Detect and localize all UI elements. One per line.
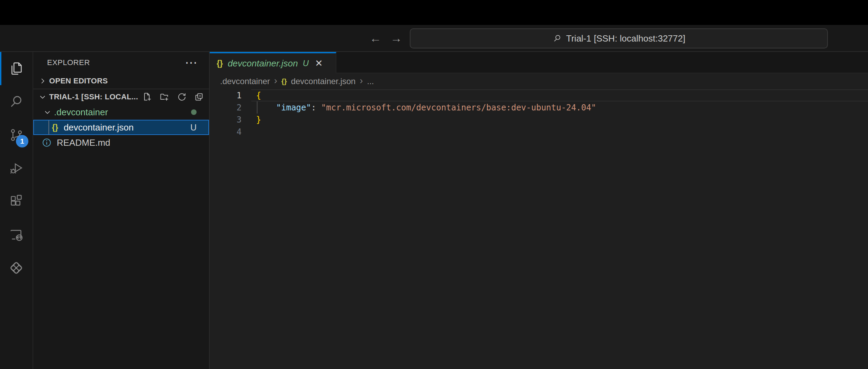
folder-name: .devcontainer [54,107,108,118]
activitybar-run-debug[interactable] [0,152,33,185]
activitybar-remote-explorer[interactable] [0,218,33,251]
activitybar-source-control[interactable]: 1 [0,118,33,152]
collapse-all-icon[interactable] [194,92,204,102]
tab-label: devcontainer.json [228,58,298,69]
new-folder-icon[interactable] [159,92,170,102]
scm-pending-badge: 1 [16,135,28,147]
line-number: 2 [210,103,242,112]
line-number: 4 [210,127,242,137]
explorer-sidebar: EXPLORER ⋯ OPEN EDITORS TRIAL-1 [SSH: LO… [33,52,210,369]
activitybar-explorer[interactable] [0,52,33,85]
code-token: { [256,91,261,100]
json-file-icon: {} [217,59,223,68]
explorer-actions [142,92,204,102]
info-file-icon [42,137,52,148]
code-line-4[interactable]: 4 [210,126,868,138]
open-editors-label: OPEN EDITORS [49,76,108,86]
code-editor[interactable]: 1 { 2 "image": "mcr.microsoft.com/devcon… [210,89,868,369]
json-file-icon: {} [52,123,58,132]
breadcrumb-folder[interactable]: .devcontainer [220,76,270,86]
code-indent [256,103,276,112]
code-token-colon: : [311,103,321,112]
command-center[interactable]: Trial-1 [SSH: localhost:32772] [410,28,828,48]
code-token: } [256,115,261,125]
chevron-right-icon [38,76,47,86]
chevron-right-icon: › [274,76,277,87]
sidebar-title: EXPLORER [47,58,185,67]
search-icon [552,34,562,43]
activity-bar: 1 [0,52,33,369]
refresh-icon[interactable] [177,92,187,102]
code-line-3[interactable]: 3 } [210,114,868,126]
new-file-icon[interactable] [142,92,152,102]
breadcrumb-file[interactable]: devcontainer.json [291,76,356,86]
titlebar: ← → Trial-1 [SSH: localhost:32772] [0,25,868,52]
activitybar-tunnels[interactable] [0,251,33,285]
extensions-icon [8,194,24,209]
tab-bar: {} devcontainer.json U ✕ [210,52,868,73]
line-number: 3 [210,115,242,125]
activitybar-extensions[interactable] [0,185,33,218]
chevron-down-icon [43,108,52,117]
activitybar-search[interactable] [0,85,33,118]
search-icon [8,94,24,110]
chevron-down-icon [38,92,47,101]
back-arrow-icon[interactable]: ← [370,32,381,44]
open-editors-section[interactable]: OPEN EDITORS [33,73,209,89]
code-line-2[interactable]: 2 "image": "mcr.microsoft.com/devcontain… [210,101,868,114]
more-actions-icon[interactable]: ⋯ [185,60,197,66]
code-token-key: "image" [276,103,311,112]
breadcrumb-symbol[interactable]: ... [367,76,374,86]
window-top-strip [0,0,868,25]
code-token-string: "mcr.microsoft.com/devcontainers/base:de… [321,103,596,112]
remote-explorer-icon [8,227,24,243]
tree-item-readme[interactable]: README.md [33,135,209,150]
chevron-right-icon: › [360,76,363,87]
tab-git-status: U [303,58,309,68]
workspace-label: TRIAL-1 [SSH: LOCAL... [49,92,138,101]
git-untracked-badge: U [190,123,197,133]
diamond-grid-icon [8,260,25,276]
sidebar-header: EXPLORER ⋯ [33,52,209,73]
line-number: 1 [210,91,242,100]
file-name: README.md [57,137,110,148]
close-icon[interactable]: ✕ [315,58,323,69]
tree-item-devcontainer-folder[interactable]: .devcontainer [33,105,209,120]
forward-arrow-icon[interactable]: → [390,32,402,44]
git-decoration-dot [191,109,197,115]
code-line-1[interactable]: 1 { [210,89,868,101]
file-name: devcontainer.json [64,122,134,133]
tree-item-devcontainer-json[interactable]: {} devcontainer.json U [33,120,209,135]
history-nav: ← → [370,25,402,51]
run-debug-icon [8,160,24,176]
file-tree: .devcontainer {} devcontainer.json U REA… [33,105,209,369]
json-file-icon: {} [281,78,287,86]
indent-guide [48,120,49,134]
tab-devcontainer-json[interactable]: {} devcontainer.json U ✕ [210,52,336,73]
workspace-section[interactable]: TRIAL-1 [SSH: LOCAL... [33,89,209,105]
editor-group: {} devcontainer.json U ✕ .devcontainer ›… [210,52,868,369]
files-icon [8,61,24,76]
breadcrumb: .devcontainer › {} devcontainer.json › .… [210,73,868,89]
command-center-label: Trial-1 [SSH: localhost:32772] [566,33,685,44]
